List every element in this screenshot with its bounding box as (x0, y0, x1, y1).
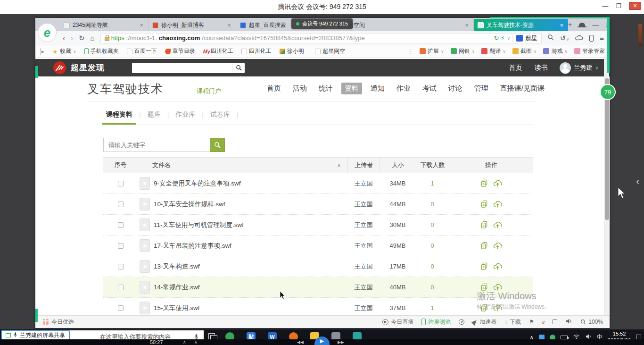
course-nav-item[interactable]: 考试 (422, 84, 437, 93)
section-tab[interactable]: 作业库 (175, 110, 195, 119)
status-live[interactable]: ▶今日直播 (382, 318, 413, 326)
course-nav-item[interactable]: 首页 (267, 84, 281, 93)
flag-icon[interactable]: ⚑ (529, 319, 534, 325)
col-size[interactable]: 大小 (380, 158, 416, 173)
course-nav-item[interactable]: 资料 (341, 83, 362, 94)
browser-minimize-button[interactable]: — (592, 21, 599, 28)
browser-close-button[interactable]: × (617, 21, 621, 28)
file-name[interactable]: 11-叉车使用与司机管理制度.swf (154, 221, 244, 229)
user-menu[interactable]: 兰秀建 ∨ (560, 62, 598, 74)
copy-icon[interactable] (480, 200, 488, 208)
file-name[interactable]: 17-叉车吊装的注意事项.swf (154, 242, 231, 250)
header-link-home[interactable]: 首页 (509, 64, 522, 72)
status-downloads[interactable]: ↓下载 (504, 318, 521, 326)
copy-icon[interactable] (480, 242, 488, 250)
course-nav-item[interactable]: 讨论 (448, 84, 462, 93)
table-row[interactable]: ★ 13-叉车构造.swf 王立国 17MB 0 (103, 256, 533, 277)
row-checkbox[interactable] (118, 202, 124, 207)
header-search-button[interactable] (232, 63, 245, 73)
refresh-button[interactable]: ↻ (79, 34, 85, 42)
file-name[interactable]: 13-叉车构造.swf (154, 262, 200, 271)
row-checkbox[interactable] (118, 181, 124, 186)
forward-button[interactable]: › (71, 34, 73, 42)
browser-logo-icon[interactable]: e (38, 23, 57, 42)
row-checkbox[interactable] (118, 222, 124, 228)
panel-collapse-icon[interactable]: ‹ (636, 176, 639, 188)
prev-icon[interactable]: ◀◀ (297, 340, 304, 345)
toolbar-item[interactable]: 登录管家 (574, 47, 605, 55)
bookmark-item[interactable]: 徐小明_ (280, 47, 307, 55)
section-tab[interactable]: 课程资料 (106, 110, 132, 119)
meeting-close-button[interactable]: ✕ (629, 2, 641, 10)
ie-icon[interactable]: e (542, 319, 545, 326)
file-name[interactable]: 10-叉车安全操作规程.swf (154, 200, 225, 209)
more-dots-icon[interactable]: ⋮ (407, 48, 413, 55)
status-accelerator[interactable]: 加速器 (472, 318, 496, 326)
download-icon[interactable] (493, 221, 502, 229)
find-icon[interactable] (547, 34, 554, 42)
phone-icon[interactable] (589, 35, 594, 42)
row-checkbox[interactable] (118, 243, 124, 249)
course-nav-item[interactable]: 作业 (396, 84, 411, 93)
course-nav-item[interactable]: 管理 (474, 84, 488, 93)
browser-tab[interactable]: 2345网址导航× (60, 19, 149, 31)
window-mode-icon[interactable] (553, 320, 557, 324)
cloud-icon[interactable] (575, 34, 583, 42)
meeting-minimize-button[interactable]: — (602, 2, 608, 9)
section-tab[interactable]: 试卷库 (210, 110, 230, 119)
status-zoom[interactable]: 100% (580, 319, 603, 325)
undo-icon[interactable]: ↺∨ (560, 34, 569, 42)
course-nav-item[interactable]: 直播课/见面课 (500, 84, 545, 93)
copy-icon[interactable] (480, 262, 488, 270)
table-row[interactable]: ★ 9-安全使用叉车的注意事项.swf 王立国 34MB 1 (103, 173, 533, 194)
header-search-input[interactable] (132, 63, 232, 73)
back-button[interactable]: ‹ (63, 34, 65, 42)
row-checkbox[interactable] (118, 305, 124, 311)
tab-close-icon[interactable]: × (139, 22, 144, 29)
bookmark-item[interactable]: My四川化工 (203, 47, 233, 55)
bookmark-item[interactable]: 四川化工 (241, 47, 272, 55)
row-checkbox[interactable] (118, 285, 124, 290)
browser-tab[interactable]: 叉车驾驶技术-资源× (474, 19, 568, 31)
next-icon[interactable]: ▶▶ (338, 340, 344, 345)
bookmark-item[interactable]: 手机收藏夹 (84, 47, 119, 55)
toolbar-item[interactable]: 网银∨ (451, 47, 475, 55)
chaoxing-logo-icon[interactable] (53, 61, 66, 74)
course-nav-item[interactable]: 统计 (319, 84, 333, 93)
menu-icon[interactable]: ≡ (600, 34, 604, 42)
search-engine-selector[interactable]: 超星 (512, 34, 537, 42)
bookmark-item[interactable]: 章节目录 (165, 47, 195, 55)
address-dropdown-icon[interactable]: ∨ (507, 36, 510, 41)
sort-icon[interactable]: ∧ (337, 162, 341, 168)
table-row[interactable]: ★ 17-叉车吊装的注意事项.swf 王立国 49MB 0 (103, 236, 533, 256)
course-nav-item[interactable]: 通知 (371, 84, 385, 93)
copy-icon[interactable] (480, 179, 488, 187)
meeting-restore-button[interactable]: ❐ (616, 2, 621, 9)
floating-badge[interactable]: 79 (600, 84, 616, 100)
col-filename[interactable]: 文件名 (152, 161, 171, 169)
task-view-icon[interactable] (208, 333, 215, 340)
toolbar-icon[interactable]: ∧ (194, 340, 198, 345)
col-uploader[interactable]: 上传者 (347, 158, 380, 173)
copy-icon[interactable] (480, 221, 488, 229)
tab-close-icon[interactable]: × (559, 22, 564, 29)
new-tab-button[interactable]: + (568, 21, 572, 28)
toolbar-item[interactable]: 翻译∨ (481, 47, 506, 55)
bookmark-item[interactable]: 百度一下 (127, 47, 157, 55)
download-icon[interactable] (493, 242, 502, 250)
table-row[interactable]: ★ 10-叉车安全操作规程.swf 王立国 44MB 0 (103, 194, 533, 215)
table-row[interactable]: ★ 14-常规作业.swf 王立国 40MB 0 (103, 277, 533, 298)
lightning-icon[interactable]: ⚡ (501, 34, 505, 42)
translate-refresh-icon[interactable]: ↻ (494, 34, 499, 42)
browser-tab[interactable]: 徐小明_新浪博客× (149, 19, 236, 31)
status-cross-screen[interactable]: 跨屏浏览 (421, 318, 451, 326)
tab-close-icon[interactable]: × (226, 22, 232, 29)
speed-icon[interactable] (459, 319, 464, 325)
hat-icon[interactable] (579, 23, 585, 26)
col-downloads[interactable]: 下载人数 (416, 158, 449, 173)
table-row[interactable]: ★ 11-叉车使用与司机管理制度.swf 王立国 30MB 0 (103, 215, 533, 236)
col-index[interactable]: 序号 (103, 161, 138, 169)
keyword-search-input[interactable] (103, 138, 210, 152)
home-button[interactable]: ⌂ (91, 34, 95, 42)
bookmark-item[interactable]: ★收藏∨ (52, 47, 76, 55)
